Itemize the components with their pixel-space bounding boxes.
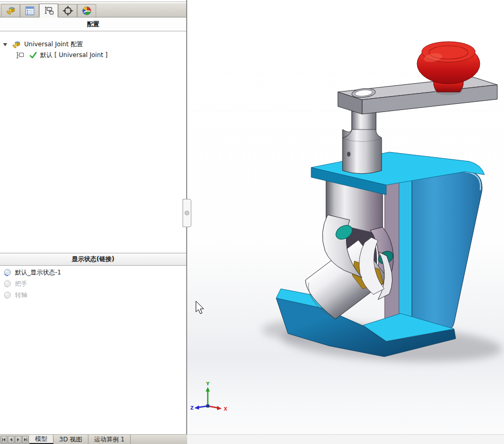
triad-x-label: X bbox=[224, 406, 227, 412]
tab-displaymanager[interactable] bbox=[77, 4, 96, 17]
panel-splitter-handle[interactable] bbox=[183, 199, 191, 227]
tab-scroll-buttons bbox=[0, 435, 29, 444]
display-state-icon bbox=[3, 268, 12, 277]
display-state-row-shaft[interactable]: 转轴 bbox=[0, 289, 186, 301]
splitter-grip-dot bbox=[185, 211, 189, 215]
dimxpertmanager-icon bbox=[62, 5, 74, 16]
tab-3d-views[interactable]: 3D 视图 bbox=[53, 435, 88, 444]
study-tab-strip: 模型 3D 视图 运动算例 1 bbox=[0, 434, 187, 444]
display-state-label: 把手 bbox=[15, 280, 27, 288]
collapse-arrow-icon[interactable] bbox=[3, 43, 7, 46]
first-tab-button[interactable] bbox=[1, 436, 7, 443]
display-state-row-handle[interactable]: 把手 bbox=[0, 278, 186, 289]
display-state-icon-disabled bbox=[3, 291, 12, 300]
configuration-panel: 配置 Universal Joint 配置 bbox=[0, 0, 186, 434]
model-crank-shaft[interactable] bbox=[343, 111, 382, 174]
triad-y-label: Y bbox=[206, 381, 210, 386]
mouse-cursor bbox=[196, 301, 204, 314]
solidworks-window: 配置 Universal Joint 配置 bbox=[0, 0, 504, 444]
featuremanager-icon bbox=[5, 5, 16, 16]
tree-row-root-configuration[interactable]: Universal Joint 配置 bbox=[0, 39, 186, 50]
root-configuration-label: Universal Joint 配置 bbox=[24, 40, 83, 49]
tab-propertymanager[interactable] bbox=[20, 4, 39, 17]
last-tab-button[interactable] bbox=[22, 436, 29, 443]
display-state-label: 默认_显示状态-1 bbox=[15, 268, 61, 277]
orientation-triad: Y X Z bbox=[190, 381, 227, 412]
configuration-tree: Universal Joint 配置 默认 [ Universal Joint … bbox=[0, 31, 186, 61]
tab-dimxpertmanager[interactable] bbox=[58, 4, 77, 17]
model-universal-joint[interactable] bbox=[305, 215, 395, 319]
tab-configurationmanager[interactable] bbox=[39, 4, 58, 17]
default-configuration-label: 默认 [ Universal Joint ] bbox=[40, 51, 107, 60]
propertymanager-icon bbox=[24, 5, 35, 16]
next-tab-button[interactable] bbox=[15, 436, 22, 443]
configuration-flag-icon bbox=[15, 50, 25, 60]
configuration-cube-icon bbox=[11, 40, 22, 50]
tab-featuremanager[interactable] bbox=[1, 4, 20, 17]
active-configuration-check-icon bbox=[29, 51, 38, 60]
previous-tab-button[interactable] bbox=[8, 436, 14, 443]
configurationmanager-icon bbox=[43, 5, 55, 16]
triad-z-label: Z bbox=[190, 405, 194, 411]
display-state-label: 转轴 bbox=[15, 291, 27, 300]
universal-joint-model[interactable]: Y X Z bbox=[187, 0, 504, 434]
model-collar-hole bbox=[347, 152, 351, 157]
graphics-viewport[interactable]: Y X Z bbox=[187, 0, 504, 434]
configurations-header: 配置 bbox=[0, 17, 186, 31]
manager-tab-strip bbox=[0, 3, 186, 17]
bottom-bar: 模型 3D 视图 运动算例 1 bbox=[0, 434, 504, 444]
display-states-header: 显示状态(链接) bbox=[0, 253, 186, 266]
bottom-bar-right-filler bbox=[187, 434, 504, 444]
displaymanager-icon bbox=[81, 5, 93, 16]
display-state-row-default[interactable]: 默认_显示状态-1 bbox=[0, 267, 186, 278]
tree-row-default-configuration[interactable]: 默认 [ Universal Joint ] bbox=[0, 50, 186, 61]
model-crank-arm[interactable] bbox=[338, 77, 497, 114]
panel-top-border bbox=[0, 2, 186, 2]
display-states-list: 默认_显示状态-1 把手 转轴 bbox=[0, 267, 186, 301]
tab-motion-study-1[interactable]: 运动算例 1 bbox=[88, 435, 131, 444]
display-state-icon-disabled bbox=[3, 280, 12, 288]
tab-model[interactable]: 模型 bbox=[29, 435, 53, 444]
